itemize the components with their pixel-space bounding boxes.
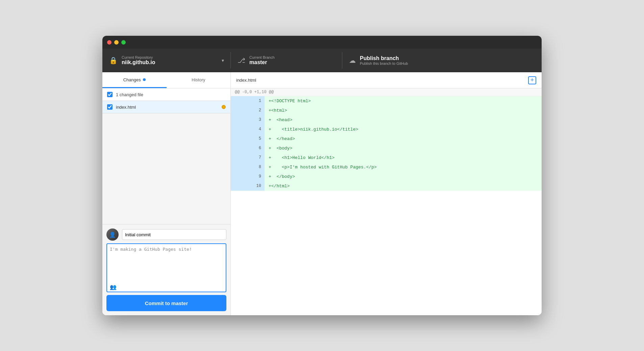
line-content: + <head>: [265, 115, 542, 125]
close-button[interactable]: [107, 40, 112, 45]
file-list-header: 1 changed file: [102, 88, 230, 101]
line-num-old: [231, 106, 248, 115]
line-num-new: 5: [248, 134, 265, 143]
diff-line: 1+<!DOCTYPE html>: [231, 96, 542, 106]
diff-line: 8+ <p>I'm hosted with GitHub Pages.</p>: [231, 162, 542, 172]
line-num-old: [231, 172, 248, 181]
branch-icon: ⎇: [238, 56, 245, 64]
select-all-checkbox[interactable]: [107, 92, 113, 97]
file-count-label: 1 changed file: [116, 92, 143, 97]
line-num-new: 10: [248, 181, 265, 191]
maximize-button[interactable]: [121, 40, 126, 45]
commit-description-input[interactable]: I'm making a GitHub Pages site!: [107, 244, 226, 281]
diff-line: 4+ <title>niik.github.io</title>: [231, 125, 542, 134]
minimize-button[interactable]: [114, 40, 119, 45]
tab-history-label: History: [192, 77, 205, 82]
diff-line: 3+ <head>: [231, 115, 542, 125]
line-content: +<!DOCTYPE html>: [265, 96, 542, 106]
commit-title-input[interactable]: [122, 229, 226, 240]
line-content: + </body>: [265, 172, 542, 181]
repo-section[interactable]: 🔒 Current Repository niik.github.io ▾: [102, 49, 231, 72]
repo-dropdown-arrow: ▾: [222, 58, 224, 63]
line-num-old: [231, 115, 248, 125]
commit-desc-footer: 👥: [107, 282, 226, 292]
line-num-old: [231, 125, 248, 134]
titlebar: [102, 36, 542, 49]
branch-section[interactable]: ⎇ Current Branch master: [231, 49, 342, 72]
line-num-old: [231, 134, 248, 143]
publish-title: Publish branch: [360, 55, 408, 61]
diff-filename: index.html: [236, 78, 528, 83]
branch-label: Current Branch: [249, 55, 275, 59]
diff-line: 2+<html>: [231, 106, 542, 115]
line-num-new: 9: [248, 172, 265, 181]
branch-info: Current Branch master: [249, 55, 275, 65]
diff-line: 10+</html>: [231, 181, 542, 191]
line-num-new: 2: [248, 106, 265, 115]
avatar-image: 👤: [106, 228, 119, 241]
file-name: index.html: [116, 105, 218, 110]
changes-dot: [143, 78, 146, 81]
line-num-new: 8: [248, 162, 265, 172]
tab-history[interactable]: History: [167, 72, 231, 88]
left-panel: Changes History 1 changed file index.htm…: [102, 72, 231, 315]
line-content: +<html>: [265, 106, 542, 115]
line-num-new: 3: [248, 115, 265, 125]
diff-header: index.html +: [231, 72, 542, 88]
file-checkbox[interactable]: [107, 104, 113, 110]
repo-name: niik.github.io: [122, 59, 155, 65]
commit-button-label: Commit to master: [145, 300, 188, 306]
lock-icon: 🔒: [109, 56, 118, 64]
right-panel: index.html + @@ -0,0 +1,10 @@ 1+<!DOCTYP…: [231, 72, 542, 315]
repo-label: Current Repository: [122, 55, 155, 59]
diff-line: 5+ </head>: [231, 134, 542, 143]
tab-changes-label: Changes: [123, 77, 141, 82]
tabs: Changes History: [102, 72, 230, 88]
line-num-old: [231, 162, 248, 172]
app-window: 🔒 Current Repository niik.github.io ▾ ⎇ …: [102, 36, 542, 315]
diff-add-button[interactable]: +: [528, 76, 536, 84]
line-num-new: 6: [248, 143, 265, 153]
commit-button[interactable]: Commit to master: [106, 295, 226, 311]
hunk-header-text: @@ -0,0 +1,10 @@: [235, 90, 274, 94]
publish-info: Publish branch Publish this branch to Gi…: [360, 55, 408, 65]
line-num-old: [231, 153, 248, 162]
line-content: + <h1>Hello World</h1>: [265, 153, 542, 162]
branch-name: master: [249, 59, 275, 65]
diff-line: 9+ </body>: [231, 172, 542, 181]
line-content: + <body>: [265, 143, 542, 153]
tab-changes[interactable]: Changes: [102, 72, 167, 88]
diff-line: 6+ <body>: [231, 143, 542, 153]
line-content: + </head>: [265, 134, 542, 143]
commit-description-wrapper: I'm making a GitHub Pages site! 👥: [106, 243, 226, 292]
add-coauthor-icon[interactable]: 👥: [110, 284, 117, 290]
diff-line: 7+ <h1>Hello World</h1>: [231, 153, 542, 162]
file-item[interactable]: index.html: [102, 101, 230, 113]
spacer: [102, 113, 230, 224]
line-num-old: [231, 96, 248, 106]
main-content: Changes History 1 changed file index.htm…: [102, 72, 542, 315]
commit-area: 👤 I'm making a GitHub Pages site! 👥 Comm…: [102, 224, 230, 315]
line-num-new: 4: [248, 125, 265, 134]
line-num-new: 7: [248, 153, 265, 162]
avatar: 👤: [106, 228, 119, 241]
publish-section[interactable]: ☁ Publish branch Publish this branch to …: [342, 49, 542, 72]
publish-subtitle: Publish this branch to GitHub: [360, 61, 408, 65]
diff-content: @@ -0,0 +1,10 @@ 1+<!DOCTYPE html>2+<htm…: [231, 88, 542, 315]
line-num-old: [231, 181, 248, 191]
line-content: + <title>niik.github.io</title>: [265, 125, 542, 134]
toolbar: 🔒 Current Repository niik.github.io ▾ ⎇ …: [102, 49, 542, 72]
line-content: + <p>I'm hosted with GitHub Pages.</p>: [265, 162, 542, 172]
diff-hunk-header: @@ -0,0 +1,10 @@: [231, 88, 542, 96]
commit-summary: 👤: [106, 228, 226, 241]
repo-info: Current Repository niik.github.io: [122, 55, 155, 65]
publish-icon: ☁: [349, 56, 356, 64]
line-content: +</html>: [265, 181, 542, 191]
diff-lines: 1+<!DOCTYPE html>2+<html>3+ <head>4+ <ti…: [231, 96, 542, 191]
line-num-new: 1: [248, 96, 265, 106]
line-num-old: [231, 143, 248, 153]
file-modified-badge: [222, 105, 226, 109]
